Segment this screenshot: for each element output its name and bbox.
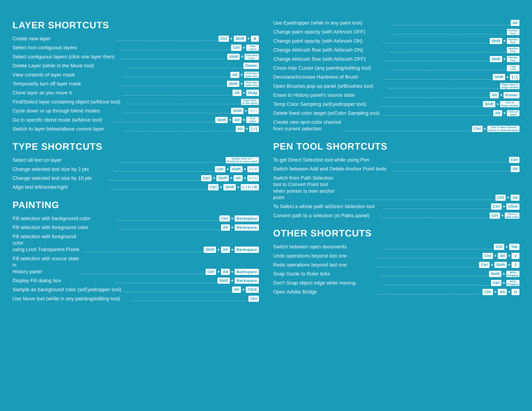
shortcut-brushes-popup: Open Brushes pop-up panel (w/Brushes too… bbox=[273, 83, 520, 89]
shortcut-new-spot-color: Create new spot-color channelfrom curren… bbox=[273, 119, 520, 132]
layer-shortcuts-title: LAYER SHORTCUTS bbox=[12, 20, 259, 30]
key-shift: Shift bbox=[234, 36, 246, 42]
right-painting-section: Use Eyedropper (while in any paint tool)… bbox=[273, 20, 520, 132]
shortcut-eyedropper-paint: Use Eyedropper (while in any paint tool)… bbox=[273, 20, 520, 26]
other-shortcuts-title: OTHER SHORTCUTS bbox=[273, 228, 520, 239]
key-ctrl: Ctrl bbox=[494, 244, 504, 250]
key-click-image-window: Click inimage window bbox=[500, 101, 520, 107]
key-alt: Alt bbox=[232, 117, 241, 123]
key-ctrl: Ctrl bbox=[201, 175, 211, 181]
key-click2: Click bbox=[506, 204, 520, 210]
key-alt: Alt bbox=[221, 224, 230, 231]
key-ctrl: Ctrl bbox=[483, 253, 493, 259]
key-alt: Alt bbox=[511, 20, 520, 26]
shortcut-fill-fg-lock: Fill selection with foreground colorusin… bbox=[12, 233, 259, 253]
shortcut-temp-color-sample: Temp Color Sampling (w/Eyedropper tool) … bbox=[273, 101, 520, 107]
layer-shortcuts-section: LAYER SHORTCUTS Create new layer Ctrl + … bbox=[12, 20, 259, 132]
key-o: O bbox=[512, 289, 520, 295]
key-backspace3: Backspace bbox=[235, 247, 259, 253]
key-alt: Alt bbox=[511, 166, 520, 172]
shortcut-paint-opacity-off: Change paint opacity (with Airbrush OFF)… bbox=[273, 29, 520, 35]
key-shift: Shift bbox=[223, 184, 236, 190]
key-alt: Alt bbox=[498, 289, 507, 295]
key-alt: Alt bbox=[236, 126, 245, 132]
key-ctrl: Ctrl bbox=[215, 166, 225, 172]
key-ctrl: Ctrl bbox=[219, 215, 230, 222]
shortcut-snap-guide: Snap Guide to Ruler ticks Shift + WhileD… bbox=[273, 271, 520, 277]
key-ctrl: Ctrl bbox=[491, 204, 502, 210]
other-shortcuts-section: OTHER SHORTCUTS Switch between open docu… bbox=[273, 228, 520, 295]
shortcut-paint-opacity-on: Change paint opacity (with Airbrush ON) … bbox=[273, 38, 520, 44]
shortcut-sample-bg: Sample as background color (w/Eyedropper… bbox=[12, 286, 259, 293]
key-shift: Shift bbox=[218, 278, 230, 284]
shortcut-find-layer: Find/Select layer containing object (w/M… bbox=[12, 99, 259, 105]
shortcut-select-noncontiguous: Select non-contiguous layers Ctrl + Clic… bbox=[12, 44, 259, 51]
shortcut-clone-layer: Clone layer as you move it Alt + Drag bbox=[12, 90, 259, 96]
key-click-new-channel: Click on New Channelbutton in Channels p… bbox=[487, 126, 520, 132]
key-z2: Z bbox=[512, 262, 520, 268]
key-click-next-layer: Click NextLayer bbox=[245, 54, 259, 60]
key-ctrl: Ctrl bbox=[495, 195, 506, 201]
key-alt: Alt bbox=[232, 90, 241, 96]
shortcut-cycle-blend: Cycle down or up through blend modes Shi… bbox=[12, 108, 259, 114]
shortcut-fill-history: Fill selection with source state inHisto… bbox=[12, 255, 259, 275]
key-backspace: Backspace bbox=[235, 215, 259, 222]
key-ctrl: Ctrl bbox=[208, 184, 218, 190]
key-shift: Shift bbox=[215, 117, 228, 123]
shortcut-create-new-layer: Create new layer Ctrl + Shift + N bbox=[12, 36, 259, 42]
shortcut-select-contiguous: Select contiguous layers (click one laye… bbox=[12, 54, 259, 60]
key-while-dragging2: WhileDragging bbox=[506, 280, 520, 286]
shortcut-brush-hardness: Decrease/Increase Hardness of Brush Shif… bbox=[273, 74, 520, 80]
key-shift: Shift bbox=[231, 108, 243, 114]
key-click-layer-mask-icon: Click layermask icon bbox=[244, 72, 259, 78]
key-shift: Shift bbox=[493, 74, 505, 80]
key-n: N bbox=[251, 36, 259, 42]
key-shift: Shift bbox=[230, 166, 243, 172]
key-alt: Alt bbox=[232, 287, 241, 293]
key-shift: Shift bbox=[494, 262, 507, 268]
key-shift: Shift bbox=[216, 175, 229, 181]
key-lcr: L / C / R bbox=[241, 184, 259, 190]
shortcut-crosshair: Cross-Hair Cursor (any painting/editing … bbox=[273, 65, 520, 71]
key-ctrl: Ctrl bbox=[491, 280, 501, 286]
shortcut-goto-blend: Go to specific blend mode (w/Move tool) … bbox=[12, 117, 259, 123]
shortcut-use-move-tool: Use Move tool (while in any painting/edi… bbox=[12, 296, 259, 302]
right-column: Use Eyedropper (while in any paint tool)… bbox=[273, 11, 520, 304]
pen-shortcuts-section: PEN TOOL SHORTCUTS To get Direct Selecti… bbox=[273, 141, 520, 219]
key-shift: Shift bbox=[490, 56, 502, 62]
key-alt: Alt bbox=[221, 269, 230, 275]
shortcut-delete-color-target: Delete fixed color target (w/Color Sampl… bbox=[273, 110, 520, 116]
key-alt: Alt bbox=[230, 72, 239, 78]
key-shift: Shift bbox=[483, 101, 495, 107]
key-number-keys2: NumberKeys bbox=[507, 38, 520, 44]
key-greater-less2: > / < bbox=[247, 175, 259, 181]
shortcut-add-delete-anchor: Switch between Add and Delete-Anchor Poi… bbox=[273, 166, 520, 172]
shortcut-fill-dialog: Display Fill dialog box Shift + Backspac… bbox=[12, 277, 259, 284]
key-backspace4: Backspace bbox=[235, 269, 259, 275]
key-shift: Shift bbox=[489, 271, 501, 277]
shortcut-view-layer-mask: View contents of layer mask Alt + Click … bbox=[12, 72, 259, 78]
key-number-keys3: NumberKeys bbox=[507, 47, 520, 53]
shortcut-erase-history: Erase to History panel's source state Al… bbox=[273, 92, 520, 98]
shortcut-delete-layer: Delete Layer (while in the Move tool) De… bbox=[12, 63, 259, 69]
key-eraser: Eraser bbox=[504, 92, 520, 98]
key-first-letter: FirstLetter bbox=[246, 117, 259, 123]
key-brackets: ] / [ bbox=[249, 126, 259, 132]
key-shift: Shift bbox=[227, 81, 239, 87]
shortcut-switch-docs: Switch between open documents Ctrl + Tab bbox=[273, 243, 520, 250]
key-right-click-image: Right-Click inImage window bbox=[500, 83, 520, 89]
key-alt: Alt bbox=[498, 253, 507, 259]
shortcut-text-size-10pt: Change selected text size by 10 pts Ctrl… bbox=[12, 175, 259, 181]
key-while-dragging: WhileDragging bbox=[506, 271, 520, 277]
key-click-on-target: Click ontarget bbox=[507, 110, 520, 116]
shortcut-select-whole-path: To Select a whole path w/Direct Selectio… bbox=[273, 203, 520, 210]
key-plus-minus: + / - bbox=[248, 108, 259, 114]
shortcut-switch-layer: Switch to layer below/above current laye… bbox=[12, 126, 259, 132]
key-backspace2: Backspace bbox=[235, 224, 259, 231]
key-alt: Alt bbox=[511, 195, 520, 201]
key-ctrl: Ctrl bbox=[472, 126, 483, 132]
key-click-layer-mask-icon2: Click layermask icon bbox=[244, 81, 259, 87]
shortcut-redo-beyond: Redo operations beyond last one Ctrl + S… bbox=[273, 262, 520, 268]
key-click-path-name: Click onpath name bbox=[505, 213, 520, 219]
shortcut-airbrush-flow-on: Change Airbrush flow (with Airbrush ON) … bbox=[273, 47, 520, 53]
